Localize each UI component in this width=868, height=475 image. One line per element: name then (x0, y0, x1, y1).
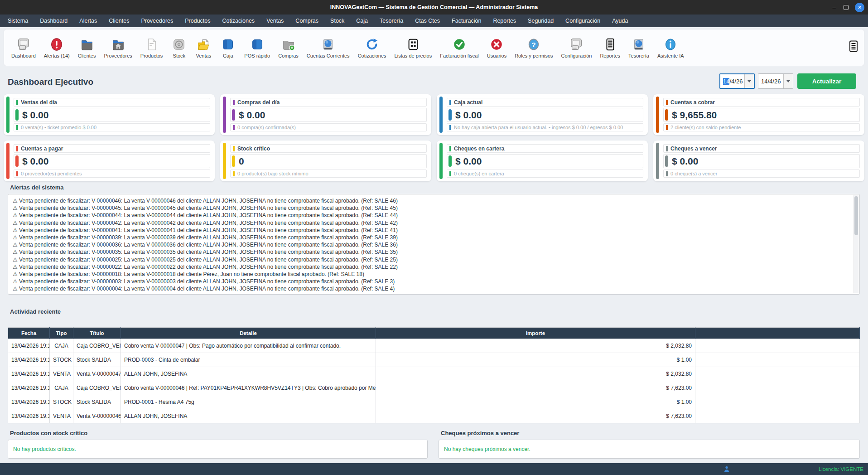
tool-cuentas-corrientes[interactable]: Cuentas Corrientes (307, 37, 350, 58)
tool-label: Proveedores (104, 53, 132, 58)
title-accent-bar (666, 146, 668, 151)
alert-item[interactable]: ⚠ Venta pendiente de fiscalizar: V-00000… (13, 227, 855, 234)
menu-clientes[interactable]: Clientes (109, 18, 129, 24)
tool-label: Cotizaciones (358, 53, 386, 58)
tool-tesoreria[interactable]: Tesorería (628, 37, 649, 58)
tool-clientes[interactable]: Clientes (78, 37, 96, 58)
tool-label: Asistente IA (657, 53, 684, 58)
menu-stock[interactable]: Stock (330, 18, 344, 24)
card-caption: 0 compra(s) confirmada(s) (237, 125, 296, 130)
tool-roles-permisos[interactable]: ? Roles y permisos (515, 37, 553, 58)
menu-cotizaciones[interactable]: Cotizaciones (222, 18, 255, 24)
close-button[interactable]: ✕ (855, 3, 864, 12)
table-row[interactable]: 13/04/2026 19:17CAJACaja COBRO_VENTACobr… (8, 381, 860, 395)
alert-item[interactable]: ⚠ Venta pendiente de fiscalizar: V-00000… (13, 271, 855, 278)
alert-item[interactable]: ⚠ Venta pendiente de fiscalizar: V-00000… (13, 204, 855, 212)
col-importe[interactable]: Importe (376, 328, 695, 339)
alert-item[interactable]: ⚠ Venta pendiente de fiscalizar: V-00000… (13, 241, 855, 248)
minimize-button[interactable]: – (831, 4, 837, 11)
date-from-value: 14/4/26 (720, 78, 743, 85)
tool-alertas[interactable]: Alertas (14) (44, 37, 70, 58)
tool-label: Alertas (14) (44, 53, 70, 58)
date-from-field[interactable]: 14/4/26 (719, 73, 755, 89)
menu-proveedores[interactable]: Proveedores (141, 18, 173, 24)
alerts-scrollbar[interactable] (854, 195, 858, 293)
alert-item[interactable]: ⚠ Venta pendiente de fiscalizar: V-00000… (13, 248, 855, 256)
user-status-icon (724, 466, 729, 472)
alert-item[interactable]: ⚠ Venta pendiente de fiscalizar: V-00000… (13, 256, 855, 263)
col-detalle[interactable]: Detalle (121, 328, 376, 339)
menu-seguridad[interactable]: Seguridad (528, 18, 554, 24)
tool-cotizaciones[interactable]: Cotizaciones (358, 37, 386, 58)
col-tipo[interactable]: Tipo (50, 328, 73, 339)
tool-facturacion-fiscal[interactable]: Facturación fiscal (440, 37, 479, 58)
menu-ayuda[interactable]: Ayuda (612, 18, 628, 24)
table-row[interactable]: 13/04/2026 19:18CAJACaja COBRO_VENTACobr… (8, 339, 860, 353)
folder-icon (80, 37, 94, 52)
alert-item[interactable]: ⚠ Venta pendiente de fiscalizar: V-00000… (13, 263, 855, 271)
tool-dashboard[interactable]: Dashboard (11, 37, 36, 58)
table-row[interactable]: 13/04/2026 19:18STOCKStock SALIDAPROD-00… (8, 353, 860, 367)
tool-asistente-ia[interactable]: Asistente IA (657, 37, 684, 58)
date-from-dropdown[interactable] (744, 74, 754, 88)
menu-productos[interactable]: Productos (185, 18, 210, 24)
report-icon (603, 37, 617, 52)
date-to-dropdown[interactable] (783, 74, 793, 88)
menu-tesoreria[interactable]: Tesorería (380, 18, 403, 24)
menu-compras[interactable]: Compras (295, 18, 318, 24)
alert-item[interactable]: ⚠ Venta pendiente de fiscalizar: V-00000… (13, 234, 855, 241)
table-row[interactable]: 13/04/2026 19:17STOCKStock SALIDAPROD-00… (8, 395, 860, 409)
menu-caja[interactable]: Caja (356, 18, 368, 24)
refresh-button[interactable]: Actualizar (797, 73, 856, 89)
menu-sistema[interactable]: Sistema (8, 18, 28, 24)
open-folder-icon (196, 37, 211, 52)
table-row[interactable]: 13/04/2026 19:18VENTAVenta V-00000047ALL… (8, 367, 860, 381)
alert-item[interactable]: ⚠ Venta pendiente de fiscalizar: V-00000… (13, 219, 855, 227)
tool-listas-precios[interactable]: Listas de precios (395, 37, 432, 58)
tool-ventas[interactable]: Ventas (195, 37, 212, 58)
col-titulo[interactable]: Título (73, 328, 121, 339)
scrollbar-thumb[interactable] (854, 196, 858, 235)
kpi-cards: Ventas del día $ 0.00 0 venta(s) • ticke… (4, 94, 864, 181)
caption-accent-bar (16, 171, 18, 176)
alert-item[interactable]: ⚠ Venta pendiente de fiscalizar: V-00000… (13, 278, 855, 285)
alert-item[interactable]: ⚠ Venta pendiente de fiscalizar: V-00000… (13, 197, 855, 204)
maximize-button[interactable] (844, 5, 849, 10)
date-to-field[interactable]: 14/4/26 (758, 73, 793, 89)
menu-ventas[interactable]: Ventas (266, 18, 284, 24)
table-row[interactable]: 13/04/2026 19:16VENTAVenta V-00000046ALL… (8, 409, 860, 423)
menu-dashboard[interactable]: Dashboard (40, 18, 68, 24)
tool-caja[interactable]: Caja (220, 37, 236, 58)
menu-reportes[interactable]: Reportes (493, 18, 516, 24)
card-cuentas-a-cobrar: Cuentas a cobrar $ 9,655.80 2 cliente(s)… (653, 94, 864, 135)
tool-pos-rapido[interactable]: POS rápido (244, 37, 270, 58)
alerts-panel: ⚠ Venta pendiente de fiscalizar: V-00000… (8, 194, 860, 295)
tool-stock[interactable]: Stock (171, 37, 187, 58)
tool-proveedores[interactable]: Proveedores (104, 37, 132, 58)
tool-configuracion[interactable]: Configuración (561, 37, 592, 58)
tool-usuarios[interactable]: Usuarios (487, 37, 506, 58)
menu-configuracion[interactable]: Configuración (565, 18, 600, 24)
card-value: $ 9,655.80 (672, 110, 717, 121)
menu-alertas[interactable]: Alertas (79, 18, 97, 24)
tool-label: Clientes (78, 53, 96, 58)
stock-section-title: Productos con stock crítico (10, 430, 87, 436)
card-value: $ 0.00 (22, 156, 48, 167)
menu-facturacion[interactable]: Facturación (452, 18, 481, 24)
menu-ctas-ctes[interactable]: Ctas Ctes (415, 18, 440, 24)
stock-critico-panel: No hay productos críticos. (8, 440, 428, 459)
alert-item[interactable]: ⚠ Venta pendiente de fiscalizar: V-00000… (13, 212, 855, 219)
alert-item[interactable]: ⚠ Venta pendiente de fiscalizar: V-00000… (13, 285, 855, 292)
activity-table: Fecha Tipo Título Detalle Importe 13/04/… (8, 327, 860, 423)
statusbar: Licencia: VIGENTE (0, 463, 868, 475)
col-fecha[interactable]: Fecha (8, 328, 50, 339)
toolbar-overflow-icon[interactable] (849, 40, 858, 52)
card-title: Ventas del día (21, 99, 57, 106)
tool-label: Compras (278, 53, 299, 58)
tool-productos[interactable]: Productos (140, 37, 163, 58)
caption-accent-bar (449, 171, 451, 176)
card-cuentas-a-pagar: Cuentas a pagar $ 0.00 0 proveedor(es) p… (4, 141, 215, 181)
tool-compras[interactable]: Compras (278, 37, 299, 58)
tool-reportes[interactable]: Reportes (600, 37, 620, 58)
card-caption: 2 cliente(s) con saldo pendiente (670, 125, 741, 130)
